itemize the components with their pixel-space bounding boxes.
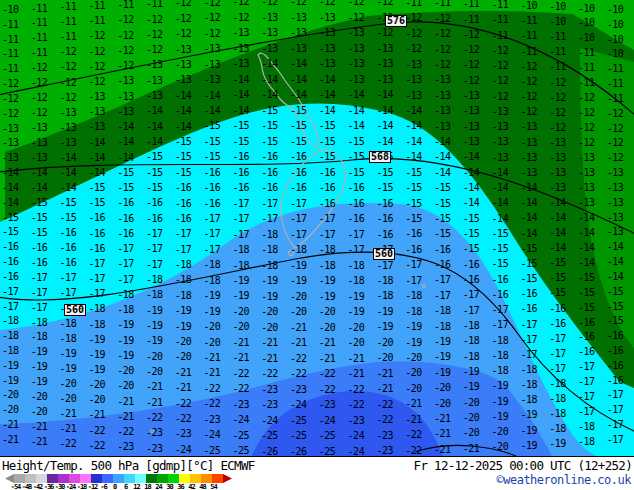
scale-tick: 0 <box>109 483 120 490</box>
scale-tick: 30 <box>164 483 175 490</box>
scale-segment <box>91 474 102 483</box>
scale-segment <box>58 474 69 483</box>
scale-tick: -42 <box>32 483 43 490</box>
scale-segment <box>212 474 223 483</box>
scale-segment <box>124 474 135 483</box>
scale-segment <box>47 474 58 483</box>
valid-datetime: Fr 12-12-2025 00:00 UTC (12+252) <box>414 459 632 473</box>
scale-tick: 18 <box>142 483 153 490</box>
scale-tick: -12 <box>87 483 98 490</box>
scale-segment <box>25 474 36 483</box>
scale-arrow-right <box>223 474 232 483</box>
contour-label-560: 560 <box>64 304 86 316</box>
scale-tick: 12 <box>131 483 142 490</box>
scale-segment <box>190 474 201 483</box>
scale-segment <box>201 474 212 483</box>
scale-tick: 36 <box>175 483 186 490</box>
scale-tick: 6 <box>120 483 131 490</box>
scale-segment <box>146 474 157 483</box>
copyright-watermark: ©weatheronline.co.uk <box>497 473 632 487</box>
scale-segment <box>36 474 47 483</box>
scale-tick: -24 <box>65 483 76 490</box>
scale-segment <box>69 474 80 483</box>
scale-tick: -48 <box>21 483 32 490</box>
contour-label-568: 568 <box>369 151 391 163</box>
map-area: -10-11-11-11-11-11-12-12-12-12-12-12-12-… <box>0 0 634 456</box>
scale-tick: 54 <box>208 483 219 490</box>
weather-map: -10-11-11-11-11-11-12-12-12-12-12-12-12-… <box>0 0 634 490</box>
scale-tick: -30 <box>54 483 65 490</box>
chart-title: Height/Temp. 500 hPa [gdmp][°C] ECMWF <box>2 459 255 473</box>
contour-labels: 576568560560 <box>0 0 634 456</box>
scale-segment <box>135 474 146 483</box>
color-scale-legend <box>5 474 232 483</box>
scale-segment <box>168 474 179 483</box>
scale-tick-labels: -54-48-42-36-30-24-18-12-606121824303642… <box>10 483 219 490</box>
scale-tick: -36 <box>43 483 54 490</box>
scale-segment <box>102 474 113 483</box>
scale-segment <box>179 474 190 483</box>
scale-segment <box>14 474 25 483</box>
scale-segment <box>80 474 91 483</box>
scale-segment <box>113 474 124 483</box>
scale-tick: 48 <box>197 483 208 490</box>
scale-tick: -6 <box>98 483 109 490</box>
scale-segment <box>157 474 168 483</box>
contour-label-576: 576 <box>385 15 407 27</box>
scale-arrow-left <box>5 474 14 483</box>
scale-tick: 24 <box>153 483 164 490</box>
scale-tick: -18 <box>76 483 87 490</box>
contour-label-560: 560 <box>373 248 395 260</box>
scale-tick: -54 <box>10 483 21 490</box>
scale-tick: 42 <box>186 483 197 490</box>
footer-bar: Height/Temp. 500 hPa [gdmp][°C] ECMWF Fr… <box>0 456 634 490</box>
